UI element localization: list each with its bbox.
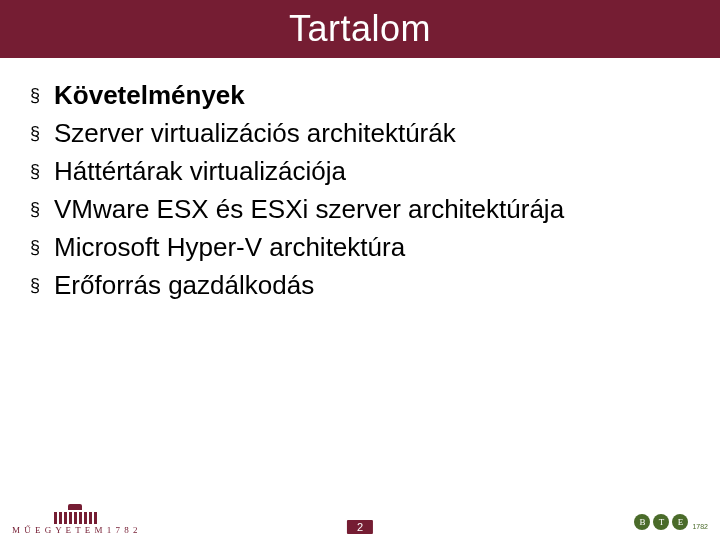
title-bar: Tartalom [0,0,720,58]
bullet-icon: § [30,154,40,188]
seal-letter: B [634,514,650,530]
agenda-item-label: Szerver virtualizációs architektúrák [54,116,456,150]
bullet-icon: § [30,230,40,264]
agenda-item: § Szerver virtualizációs architektúrák [30,116,690,150]
bullet-icon: § [30,192,40,226]
agenda-item-label: Microsoft Hyper-V architektúra [54,230,405,264]
agenda-item: § VMware ESX és ESXi szerver architektúr… [30,192,690,226]
agenda-item: § Erőforrás gazdálkodás [30,268,690,302]
bullet-icon: § [30,78,40,112]
agenda-item-label: Háttértárak virtualizációja [54,154,346,188]
agenda-item: § Háttértárak virtualizációja [30,154,690,188]
seal-year: 1782 [692,523,708,530]
agenda-item-label: Követelmények [54,78,245,112]
content-area: § Követelmények § Szerver virtualizációs… [0,58,720,510]
slide: Tartalom § Követelmények § Szerver virtu… [0,0,720,540]
building-icon [46,510,104,524]
seal-logo-right: B T E 1782 [634,514,708,530]
agenda-list: § Követelmények § Szerver virtualizációs… [30,78,690,302]
bullet-icon: § [30,268,40,302]
slide-title: Tartalom [289,8,431,50]
seal-letter: T [653,514,669,530]
agenda-item-label: VMware ESX és ESXi szerver architektúráj… [54,192,564,226]
university-logo-left: M Ű E G Y E T E M 1 7 8 2 [12,510,139,535]
footer: M Ű E G Y E T E M 1 7 8 2 2 B T E 1782 [0,510,720,540]
bullet-icon: § [30,116,40,150]
agenda-item-label: Erőforrás gazdálkodás [54,268,314,302]
agenda-item: § Microsoft Hyper-V architektúra [30,230,690,264]
university-name: M Ű E G Y E T E M 1 7 8 2 [12,525,139,535]
agenda-item: § Követelmények [30,78,690,112]
page-number: 2 [347,520,373,534]
seal-letter: E [672,514,688,530]
